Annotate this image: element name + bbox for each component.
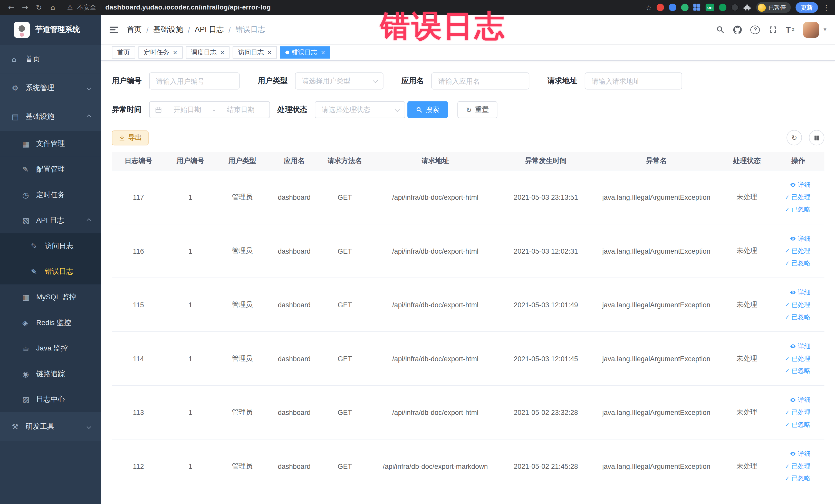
sidebar-item-file[interactable]: ▦文件管理 <box>0 131 101 157</box>
ignored-link[interactable]: ✓ 已忽略 <box>785 205 811 214</box>
ignored-link[interactable]: ✓ 已忽略 <box>785 313 811 321</box>
extension-icon[interactable] <box>694 4 701 11</box>
processed-link[interactable]: ✓ 已处理 <box>785 193 811 202</box>
user-avatar[interactable] <box>803 22 819 38</box>
hamburger-icon[interactable] <box>109 26 118 33</box>
browser-home-icon[interactable]: ⌂ <box>47 3 59 12</box>
extension-icon[interactable] <box>669 4 676 11</box>
user-type-select[interactable]: 请选择用户类型 <box>295 73 383 89</box>
process-status-select[interactable]: 请选择处理状态 <box>315 101 405 118</box>
update-button[interactable]: 更新 <box>795 2 818 13</box>
extension-icon[interactable] <box>719 4 727 11</box>
user-id-input[interactable] <box>149 73 240 89</box>
github-icon[interactable] <box>733 24 742 35</box>
sidebar-item-log-center[interactable]: ▨日志中心 <box>0 387 101 412</box>
app-title: 芋道管理系统 <box>35 25 80 35</box>
exception-time-range[interactable]: 开始日期 - 结束日期 <box>149 101 270 118</box>
tab-job[interactable]: 定时任务× <box>138 46 182 59</box>
extension-icon[interactable] <box>657 4 664 11</box>
breadcrumb-item-0[interactable]: 首页 <box>127 25 142 34</box>
close-icon[interactable]: × <box>321 49 325 56</box>
font-size-icon[interactable]: T↕ <box>786 24 795 35</box>
doc-icon: ▧ <box>22 216 34 225</box>
close-icon[interactable]: × <box>267 49 271 56</box>
sidebar-item-error-log[interactable]: ✎错误日志 <box>0 259 101 284</box>
export-button[interactable]: 导出 <box>112 130 149 145</box>
fullscreen-icon[interactable] <box>768 24 778 35</box>
sidebar-item-infra[interactable]: ▤基础设施 <box>0 102 101 131</box>
sidebar-item-trace[interactable]: ◉链路追踪 <box>0 361 101 387</box>
detail-link[interactable]: 详细 <box>790 449 811 458</box>
app-name-input[interactable] <box>431 73 529 89</box>
ignored-link[interactable]: ✓ 已忽略 <box>785 420 811 429</box>
ignored-link[interactable]: ✓ 已忽略 <box>785 259 811 267</box>
column-header-5: 请求地址 <box>370 156 501 166</box>
back-icon[interactable]: ← <box>5 3 17 12</box>
cell-user-id: 1 <box>165 462 216 470</box>
extension-icon[interactable] <box>731 4 738 11</box>
processed-link[interactable]: ✓ 已处理 <box>785 300 811 309</box>
sidebar-item-redis[interactable]: ◈Redis 监控 <box>0 310 101 336</box>
cell-actions: 详细 ✓ 已处理 ✓ 已忽略 <box>772 449 824 483</box>
search-button[interactable]: 搜索 <box>407 101 448 118</box>
sidebar-item-system[interactable]: ⚙系统管理 <box>0 74 101 102</box>
forward-icon[interactable]: → <box>19 3 31 12</box>
breadcrumb-item-2[interactable]: API 日志 <box>195 25 224 34</box>
processed-link[interactable]: ✓ 已处理 <box>785 462 811 471</box>
browser-toolbar-right: ☆ on 已暂停 更新 ⋮ <box>646 2 830 13</box>
processed-link[interactable]: ✓ 已处理 <box>785 408 811 417</box>
app-logo[interactable]: 芋道管理系统 <box>0 15 101 45</box>
detail-link[interactable]: 详细 <box>790 396 811 404</box>
cell-exception: java.lang.IllegalArgumentException <box>591 462 721 470</box>
sidebar-item-job[interactable]: ◷定时任务 <box>0 182 101 208</box>
processed-link[interactable]: ✓ 已处理 <box>785 246 811 256</box>
sidebar-item-access-log[interactable]: ✎访问日志 <box>0 234 101 259</box>
sidebar-item-api-log[interactable]: ▧API 日志 <box>0 208 101 234</box>
tab-error-log[interactable]: 错误日志× <box>280 46 330 59</box>
ignored-link[interactable]: ✓ 已忽略 <box>785 366 811 375</box>
sidebar-item-home[interactable]: ⌂首页 <box>0 45 101 74</box>
close-icon[interactable]: × <box>173 49 177 56</box>
profile-paused-chip[interactable]: 已暂停 <box>756 2 791 13</box>
sidebar-item-dev-tools[interactable]: ⚒研发工具 <box>0 412 101 441</box>
table-row: 114 1 管理员 dashboard GET /api/infra/db-do… <box>112 332 824 386</box>
detail-link[interactable]: 详细 <box>790 180 811 189</box>
breadcrumb-item-1[interactable]: 基础设施 <box>153 25 183 34</box>
browser-menu-icon[interactable]: ⋮ <box>823 3 830 11</box>
extensions-puzzle-icon[interactable] <box>744 3 751 11</box>
tab-home[interactable]: 首页 <box>112 46 135 59</box>
detail-link[interactable]: 详细 <box>790 234 811 243</box>
action-label: 已处理 <box>791 193 811 202</box>
bookmark-star-icon[interactable]: ☆ <box>646 3 652 11</box>
sidebar-item-java[interactable]: ☕Java 监控 <box>0 336 101 361</box>
tab-job-log[interactable]: 调度日志× <box>186 46 229 59</box>
extension-icon[interactable] <box>681 4 689 11</box>
topbar: 首页/基础设施/API 日志/错误日志 ? T↕ ▾ <box>101 15 835 45</box>
detail-link[interactable]: 详细 <box>790 342 811 351</box>
tab-access-log[interactable]: 访问日志× <box>233 46 277 59</box>
column-settings-button[interactable] <box>809 130 824 145</box>
address-bar[interactable]: ⚠ 不安全 dashboard.yudao.iocoder.cn/infra/l… <box>67 3 271 12</box>
close-icon[interactable]: × <box>220 49 224 56</box>
request-url-input[interactable] <box>585 73 682 89</box>
tab-label: 错误日志 <box>291 48 317 57</box>
extension-badge[interactable]: on <box>706 4 714 11</box>
help-icon[interactable]: ? <box>751 25 760 34</box>
reset-button[interactable]: ↻ 重置 <box>457 101 497 118</box>
detail-link[interactable]: 详细 <box>790 288 811 297</box>
cell-method: GET <box>320 408 370 416</box>
sidebar-item-mysql[interactable]: ▥MySQL 监控 <box>0 284 101 310</box>
reload-icon[interactable]: ↻ <box>33 3 45 12</box>
cell-time: 2021-05-03 23:13:51 <box>501 193 591 201</box>
processed-link[interactable]: ✓ 已处理 <box>785 354 811 363</box>
edit-doc-icon: ✎ <box>31 242 43 250</box>
caret-down-icon[interactable]: ▾ <box>823 26 826 33</box>
ignored-link[interactable]: ✓ 已忽略 <box>785 474 811 483</box>
sidebar-item-label: 访问日志 <box>45 241 74 251</box>
search-button-label: 搜索 <box>426 105 440 115</box>
search-icon[interactable] <box>715 24 725 35</box>
sidebar-item-config[interactable]: ✎配置管理 <box>0 157 101 182</box>
tab-label: 访问日志 <box>238 48 264 57</box>
refresh-table-button[interactable]: ↻ <box>787 130 802 145</box>
table-row: 116 1 管理员 dashboard GET /api/infra/db-do… <box>112 224 824 278</box>
